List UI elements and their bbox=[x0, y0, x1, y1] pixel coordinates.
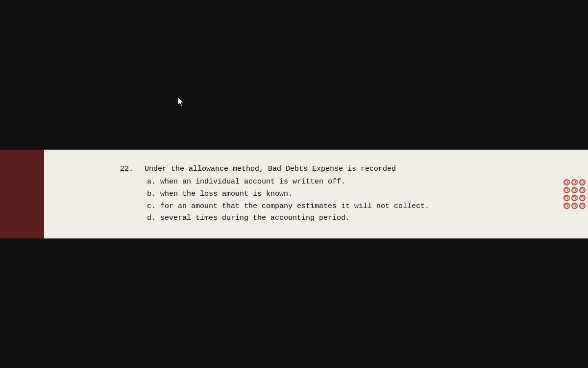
circle-1 bbox=[564, 179, 570, 185]
answer-option-b: b. when the loss amount is known. bbox=[147, 188, 578, 201]
left-binding bbox=[0, 150, 44, 238]
answer-label-d: d. bbox=[147, 214, 160, 222]
answer-text-d: several times during the accounting peri… bbox=[160, 214, 350, 222]
right-decorative-border bbox=[561, 150, 588, 238]
question-text: Under the allowance method, Bad Debts Ex… bbox=[145, 163, 396, 175]
answer-option-c: c. for an amount that the company estima… bbox=[147, 201, 578, 213]
circle-10 bbox=[564, 203, 570, 209]
circle-7 bbox=[564, 195, 570, 201]
paper-strip: 22. Under the allowance method, Bad Debt… bbox=[44, 150, 588, 238]
circle-6 bbox=[579, 187, 586, 193]
answer-option-d: d. several times during the accounting p… bbox=[147, 212, 578, 225]
circle-5 bbox=[571, 187, 578, 193]
question-number: 22. bbox=[120, 163, 145, 175]
circle-11 bbox=[571, 203, 578, 209]
answer-options: a. when an individual account is written… bbox=[147, 176, 578, 225]
question-content: 22. Under the allowance method, Bad Debt… bbox=[44, 158, 588, 230]
answer-text-a: when an individual account is written of… bbox=[160, 178, 345, 186]
circle-3 bbox=[579, 179, 586, 185]
circle-2 bbox=[571, 179, 578, 185]
circle-8 bbox=[571, 195, 578, 201]
answer-label-c: c. bbox=[147, 202, 160, 210]
answer-label-a: a. bbox=[147, 178, 160, 186]
answer-option-a: a. when an individual account is written… bbox=[147, 176, 578, 188]
circle-pattern bbox=[562, 177, 588, 211]
question-line: 22. Under the allowance method, Bad Debt… bbox=[120, 163, 578, 175]
answer-label-b: b. bbox=[147, 190, 160, 198]
answer-text-b: when the loss amount is known. bbox=[160, 190, 293, 198]
circle-12 bbox=[579, 203, 586, 209]
circle-4 bbox=[564, 187, 570, 193]
answer-text-c: for an amount that the company estimates… bbox=[160, 202, 429, 210]
circle-9 bbox=[579, 195, 586, 201]
